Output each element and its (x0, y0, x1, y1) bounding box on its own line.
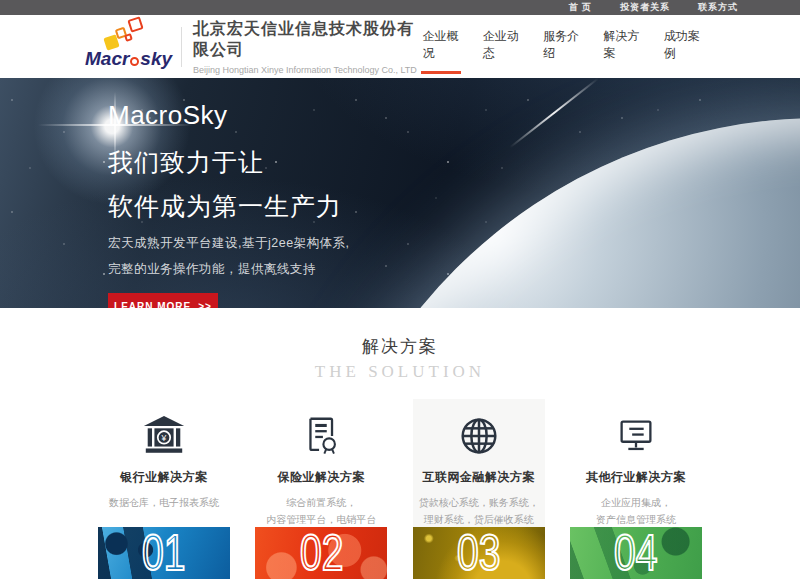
nav-item-company-news[interactable]: 企业动态 (482, 28, 521, 74)
logo-o-ring-icon (130, 57, 139, 66)
card-info: ¥ 银行业解决方案 数据仓库，电子报表系统 (98, 399, 230, 527)
company-name-en: Beijing Hongtian Xinye Information Techn… (193, 65, 421, 75)
card-info: 其他行业解决方案 企业应用集成， 资产信息管理系统 (570, 399, 702, 527)
card-line-2: 资产信息管理系统 (570, 511, 702, 528)
card-image-banking: 01 (98, 527, 230, 579)
shooting-star-graphic (509, 78, 598, 148)
main-nav: 企业概况 企业动态 服务介绍 解决方案 成功案例 (421, 20, 702, 74)
card-number: 03 (457, 528, 500, 578)
card-number: 02 (300, 528, 343, 578)
learn-more-button[interactable]: LEARN MORE>> (108, 293, 218, 308)
card-image-other-industries: 04 (570, 527, 702, 579)
card-subtitle: 企业应用集成， 资产信息管理系统 (570, 494, 702, 528)
logo-text-left: Macr (85, 48, 129, 69)
globe-icon (413, 412, 545, 460)
svg-text:¥: ¥ (161, 433, 167, 443)
nav-item-solutions[interactable]: 解决方案 (602, 28, 641, 74)
hero-headline-1: 我们致力于让 (108, 146, 350, 179)
card-title: 互联网金融解决方案 (413, 469, 545, 486)
site-header: Macrsky 北京宏天信业信息技术股份有限公司 Beijing Hongtia… (0, 15, 800, 78)
top-utility-bar: 首 页 投资者关系 联系方式 (0, 0, 800, 15)
card-title: 银行业解决方案 (98, 469, 230, 486)
card-line-2: 理财系统，贷后催收系统 (413, 511, 545, 528)
card-number: 04 (614, 528, 657, 578)
hero-headline-2: 软件成为第一生产力 (108, 190, 350, 223)
card-title: 保险业解决方案 (255, 469, 387, 486)
hero-content: MacroSky 我们致力于让 软件成为第一生产力 宏天成熟开发平台建设,基于j… (108, 100, 350, 308)
card-line-1: 贷款核心系统，账务系统， (413, 494, 545, 511)
logo-wordmark: Macrsky (85, 48, 172, 70)
header-divider (181, 27, 182, 67)
card-subtitle: 综合前置系统， 内容管理平台，电销平台 (255, 494, 387, 528)
card-subtitle: 贷款核心系统，账务系统， 理财系统，贷后催收系统 (413, 494, 545, 528)
solution-card-internet-finance[interactable]: 互联网金融解决方案 贷款核心系统，账务系统， 理财系统，贷后催收系统 03 (413, 399, 545, 579)
company-name-cn: 北京宏天信业信息技术股份有限公司 (193, 19, 421, 61)
hero-brand-title: MacroSky (108, 100, 350, 131)
solution-title-cn: 解决方案 (0, 335, 800, 358)
solution-card-other-industries[interactable]: 其他行业解决方案 企业应用集成， 资产信息管理系统 04 (570, 399, 702, 579)
card-info: 保险业解决方案 综合前置系统， 内容管理平台，电销平台 (255, 399, 387, 527)
solution-card-insurance[interactable]: 保险业解决方案 综合前置系统， 内容管理平台，电销平台 02 (255, 399, 387, 579)
card-number: 01 (142, 528, 185, 578)
logo-square-small-red (124, 33, 133, 42)
logo-square-red (127, 16, 143, 32)
solution-cards-row: ¥ 银行业解决方案 数据仓库，电子报表系统 01 (98, 399, 702, 579)
nav-item-services[interactable]: 服务介绍 (542, 28, 581, 74)
solution-section-header: 解决方案 THE SOLUTION (0, 335, 800, 382)
topbar-link-contact[interactable]: 联系方式 (698, 1, 738, 14)
topbar-link-investor-relations[interactable]: 投资者关系 (620, 1, 670, 14)
company-name-block: 北京宏天信业信息技术股份有限公司 Beijing Hongtian Xinye … (193, 19, 421, 75)
card-line-1: 企业应用集成， (570, 494, 702, 511)
topbar-link-home[interactable]: 首 页 (568, 1, 592, 14)
card-image-internet-finance: 03 (413, 527, 545, 579)
learn-more-arrows-icon: >> (198, 301, 212, 308)
solution-title-en: THE SOLUTION (0, 362, 800, 382)
nav-item-company-overview[interactable]: 企业概况 (421, 28, 460, 74)
macrosky-logo: Macrsky (85, 19, 177, 75)
monitor-icon (570, 412, 702, 460)
card-image-insurance: 02 (255, 527, 387, 579)
learn-more-label: LEARN MORE (114, 301, 191, 308)
card-line-1: 综合前置系统， (255, 494, 387, 511)
card-info: 互联网金融解决方案 贷款核心系统，账务系统， 理财系统，贷后催收系统 (413, 399, 545, 527)
card-line-1: 数据仓库，电子报表系统 (98, 494, 230, 511)
hero-description-2: 完整的业务操作功能，提供离线支持 (108, 261, 350, 278)
insurance-certificate-icon (255, 412, 387, 460)
solution-card-banking[interactable]: ¥ 银行业解决方案 数据仓库，电子报表系统 01 (98, 399, 230, 579)
card-title: 其他行业解决方案 (570, 469, 702, 486)
hero-banner: MacroSky 我们致力于让 软件成为第一生产力 宏天成熟开发平台建设,基于j… (0, 78, 800, 308)
bank-icon: ¥ (98, 412, 230, 460)
hero-description-1: 宏天成熟开发平台建设,基于j2ee架构体系, (108, 235, 350, 252)
card-subtitle: 数据仓库，电子报表系统 (98, 494, 230, 511)
nav-item-success-cases[interactable]: 成功案例 (663, 28, 702, 74)
card-line-2: 内容管理平台，电销平台 (255, 511, 387, 528)
logo-text-right: sky (140, 48, 172, 69)
planet-graphic (305, 118, 800, 308)
